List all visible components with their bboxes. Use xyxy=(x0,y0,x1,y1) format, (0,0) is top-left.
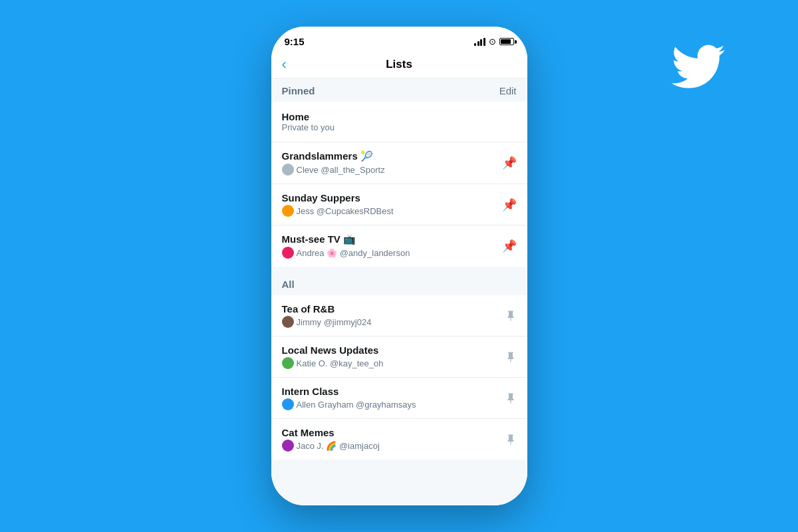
avatar xyxy=(282,398,294,410)
list-item-name: Cat Memes xyxy=(282,427,505,438)
nav-bar: ‹ Lists xyxy=(271,53,527,78)
list-item-must-see-tv[interactable]: Must-see TV 📺 Andrea 🌸 @andy_landerson 📌 xyxy=(271,225,527,267)
list-item-content: Tea of R&B Jimmy @jimmyj024 xyxy=(282,303,505,328)
pin-outline-icon[interactable] xyxy=(505,434,517,446)
list-item-sub: Katie O. @kay_tee_oh xyxy=(282,357,505,369)
list-item-content: Grandslammers 🎾 Cleve @all_the_Sportz xyxy=(282,150,502,176)
list-item-name: Local News Updates xyxy=(282,344,505,356)
list-item-name: Grandslammers 🎾 xyxy=(282,150,502,162)
list-item-tea-rnb[interactable]: Tea of R&B Jimmy @jimmyj024 xyxy=(271,295,527,336)
list-item-home[interactable]: Home Private to you xyxy=(271,102,527,142)
list-item-grandslammers[interactable]: Grandslammers 🎾 Cleve @all_the_Sportz 📌 xyxy=(271,142,527,184)
back-button[interactable]: ‹ xyxy=(282,56,287,73)
list-item-sub: Jess @CupcakesRDBest xyxy=(282,205,502,217)
status-bar: 9:15 ⊙ xyxy=(271,27,527,53)
avatar xyxy=(282,357,294,369)
list-item-content: Sunday Suppers Jess @CupcakesRDBest xyxy=(282,192,502,217)
all-section-header: All xyxy=(271,272,527,295)
all-list: Tea of R&B Jimmy @jimmyj024 Local News U… xyxy=(271,295,527,460)
pinned-section-header: Pinned Edit xyxy=(271,78,527,102)
list-item-cat-memes[interactable]: Cat Memes Jaco J. 🌈 @iamjacoj xyxy=(271,419,527,460)
list-item-sunday-suppers[interactable]: Sunday Suppers Jess @CupcakesRDBest 📌 xyxy=(271,184,527,225)
content-area: Pinned Edit Home Private to you Grandsla… xyxy=(271,78,527,505)
battery-icon xyxy=(499,38,514,45)
pin-filled-icon[interactable]: 📌 xyxy=(502,156,517,170)
all-title: All xyxy=(282,279,295,290)
list-item-name: Intern Class xyxy=(282,386,505,397)
avatar xyxy=(282,164,294,176)
avatar xyxy=(282,440,294,452)
list-item-home-subtitle: Private to you xyxy=(282,122,517,132)
list-item-sub: Jimmy @jimmyj024 xyxy=(282,316,505,328)
status-time: 9:15 xyxy=(285,36,305,47)
list-item-sub: Jaco J. 🌈 @iamjacoj xyxy=(282,440,505,452)
list-item-sub: Andrea 🌸 @andy_landerson xyxy=(282,247,502,259)
avatar xyxy=(282,205,294,217)
avatar xyxy=(282,316,294,328)
list-item-content: Local News Updates Katie O. @kay_tee_oh xyxy=(282,344,505,369)
list-item-name: Tea of R&B xyxy=(282,303,505,315)
list-item-sub: Cleve @all_the_Sportz xyxy=(282,164,502,176)
list-item-home-name: Home xyxy=(282,111,517,122)
list-item-sub: Allen Grayham @grayhamsays xyxy=(282,398,505,410)
status-icons: ⊙ xyxy=(474,37,514,47)
list-item-name: Sunday Suppers xyxy=(282,192,502,203)
list-item-name: Must-see TV 📺 xyxy=(282,233,502,245)
list-item-content: Intern Class Allen Grayham @grayhamsays xyxy=(282,386,505,410)
avatar xyxy=(282,247,294,259)
nav-title: Lists xyxy=(386,58,412,71)
pin-filled-icon[interactable]: 📌 xyxy=(502,239,517,253)
list-item-content: Must-see TV 📺 Andrea 🌸 @andy_landerson xyxy=(282,233,502,259)
list-item-content: Cat Memes Jaco J. 🌈 @iamjacoj xyxy=(282,427,505,452)
pin-outline-icon[interactable] xyxy=(505,351,517,363)
pinned-title: Pinned xyxy=(282,85,315,96)
pinned-list: Home Private to you Grandslammers 🎾 Clev… xyxy=(271,102,527,267)
edit-button[interactable]: Edit xyxy=(499,85,517,96)
list-item-intern-class[interactable]: Intern Class Allen Grayham @grayhamsays xyxy=(271,378,527,419)
list-item-local-news[interactable]: Local News Updates Katie O. @kay_tee_oh xyxy=(271,336,527,378)
pin-outline-icon[interactable] xyxy=(505,392,517,404)
pin-filled-icon[interactable]: 📌 xyxy=(502,198,517,212)
phone-frame: 9:15 ⊙ ‹ Lists Pinned Edit xyxy=(271,27,527,505)
twitter-logo xyxy=(672,40,725,93)
wifi-icon: ⊙ xyxy=(489,37,496,47)
pin-outline-icon[interactable] xyxy=(505,310,517,322)
signal-icon xyxy=(474,38,485,46)
